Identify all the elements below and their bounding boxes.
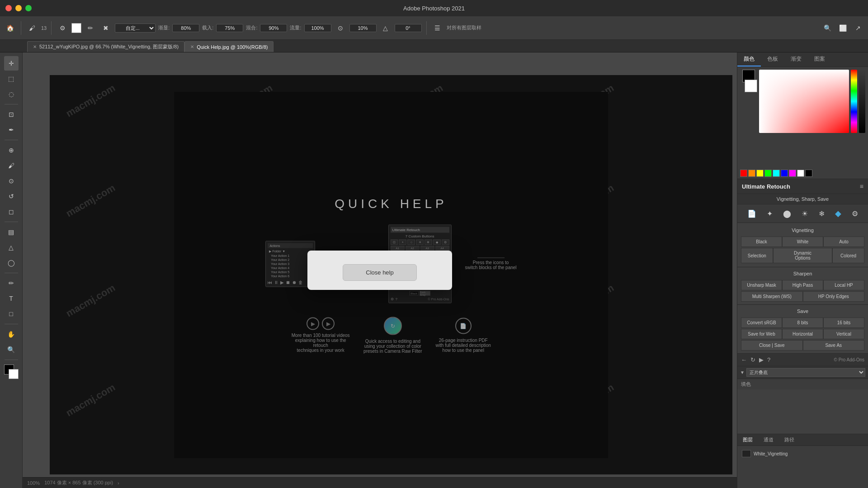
foreground-color[interactable] xyxy=(71,23,81,33)
close-help-button[interactable]: Close help xyxy=(343,264,416,281)
color-gradient[interactable] xyxy=(759,70,849,133)
minimize-button[interactable] xyxy=(15,5,22,11)
play-icon[interactable]: ▶ xyxy=(759,356,764,363)
yellow-swatch[interactable] xyxy=(756,170,764,177)
flow-input[interactable] xyxy=(304,24,331,32)
angle-input[interactable] xyxy=(395,24,422,32)
sun-icon[interactable]: ☀ xyxy=(800,208,809,219)
tab-swatches[interactable]: 色板 xyxy=(761,52,784,66)
layer-dropdown[interactable]: 正片叠底 xyxy=(746,368,865,377)
black-swatch[interactable] xyxy=(805,170,812,177)
background-swatch[interactable] xyxy=(9,369,19,379)
blue-swatch[interactable] xyxy=(781,170,788,177)
tab-paths[interactable]: 路径 xyxy=(779,434,800,445)
options-icon[interactable]: ⚙ xyxy=(56,22,69,34)
lasso-tool[interactable]: ◌ xyxy=(4,87,19,101)
maximize-button[interactable] xyxy=(25,5,32,11)
heal-tool[interactable]: ⊕ xyxy=(4,143,19,157)
save-as-button[interactable]: Save As xyxy=(803,340,865,351)
help-icon[interactable]: ? xyxy=(767,356,770,363)
unsharp-mask-button[interactable]: Unsharp Mask xyxy=(741,280,782,290)
pressure-input[interactable] xyxy=(349,24,377,32)
view-icon[interactable]: ⬜ xyxy=(836,22,849,34)
hand-tool[interactable]: ✋ xyxy=(4,327,19,341)
eraser-tool[interactable]: ◻ xyxy=(4,204,19,219)
zoom-tool[interactable]: 🔍 xyxy=(4,342,19,357)
document-icon[interactable]: 📄 xyxy=(746,208,758,219)
snowflake-icon[interactable]: ❄ xyxy=(817,208,826,219)
tab1-close[interactable]: ✕ xyxy=(33,44,37,49)
tab-color[interactable]: 颜色 xyxy=(737,52,761,66)
colored-button[interactable]: Colored xyxy=(832,248,864,263)
multi-sharpen-button[interactable]: Multi Sharpen (WS) xyxy=(741,291,803,302)
green-swatch[interactable] xyxy=(764,170,772,177)
search-icon[interactable]: 🔍 xyxy=(821,22,834,34)
bg-color-swatch[interactable] xyxy=(745,80,757,92)
circle-icon[interactable]: ⬤ xyxy=(782,208,793,219)
high-pass-button[interactable]: High Pass xyxy=(782,280,823,290)
text-tool[interactable]: T xyxy=(4,291,19,306)
tab-patterns[interactable]: 图案 xyxy=(808,52,831,66)
dynamic-options-button[interactable]: DynamicOptions xyxy=(773,248,833,263)
brush-tool[interactable]: 🖌 xyxy=(4,158,19,173)
brush-tool-icon[interactable]: 🖌 xyxy=(26,22,38,34)
tab-quick-help[interactable]: ✕ Quick Help.jpg @ 100%(RGB/8) xyxy=(184,41,274,52)
gear-icon[interactable]: ⚙ xyxy=(850,208,859,219)
shape-tool[interactable]: □ xyxy=(4,307,19,321)
black-button[interactable]: Black xyxy=(741,237,782,247)
local-hp-button[interactable]: Local HP xyxy=(823,280,864,290)
white-swatch[interactable] xyxy=(797,170,804,177)
eyedropper-tool[interactable]: ✒ xyxy=(4,123,19,137)
history-brush[interactable]: ↺ xyxy=(4,189,19,204)
cyan-swatch[interactable] xyxy=(773,170,780,177)
home-icon[interactable]: 🏠 xyxy=(4,22,16,34)
red-swatch[interactable] xyxy=(740,170,747,177)
pen-tool[interactable]: ✏ xyxy=(4,276,19,290)
selection-button[interactable]: Selection xyxy=(741,248,773,263)
blend-mode-select[interactable]: 自定... xyxy=(115,24,156,33)
brush-icon[interactable]: ✏ xyxy=(84,22,97,34)
tool-separator xyxy=(5,104,18,104)
plus-icon[interactable]: ✦ xyxy=(765,208,774,219)
magenta-swatch[interactable] xyxy=(789,170,796,177)
back-icon[interactable]: ← xyxy=(741,356,747,363)
refresh-icon[interactable]: ↻ xyxy=(750,356,755,363)
tab2-close[interactable]: ✕ xyxy=(190,44,194,49)
save-web-button[interactable]: Save for Web xyxy=(741,329,782,339)
convert-srgb-button[interactable]: Convert sRGB xyxy=(741,317,782,328)
tab-channels[interactable]: 通道 xyxy=(758,434,779,445)
angle-icon[interactable]: △ xyxy=(379,22,392,34)
gradient-tool[interactable]: ▤ xyxy=(4,225,19,239)
share-icon[interactable]: ↗ xyxy=(852,22,864,34)
hp-only-edges-button[interactable]: HP Only Edges xyxy=(803,291,865,302)
ur-menu-icon[interactable]: ≡ xyxy=(860,183,863,190)
crop-tool[interactable]: ⊡ xyxy=(4,107,19,122)
close-button[interactable] xyxy=(5,5,12,11)
blur-tool[interactable]: △ xyxy=(4,240,19,255)
move-tool[interactable]: ✛ xyxy=(4,56,19,71)
opacity-input[interactable] xyxy=(172,24,199,32)
8bits-button[interactable]: 8 bits xyxy=(782,317,823,328)
tab-gradients[interactable]: 渐变 xyxy=(784,52,808,66)
settings-icon[interactable]: ☰ xyxy=(431,22,444,34)
close-save-button[interactable]: Close | Save xyxy=(741,340,803,351)
white-button[interactable]: White xyxy=(782,237,823,247)
mix-input[interactable] xyxy=(260,24,287,32)
tab-layers[interactable]: 图层 xyxy=(737,434,758,445)
select-tool[interactable]: ⬚ xyxy=(4,71,19,86)
pressure-icon[interactable]: ⊙ xyxy=(334,22,347,34)
fill-input[interactable] xyxy=(216,24,243,32)
16bits-button[interactable]: 16 bits xyxy=(823,317,864,328)
alpha-slider[interactable] xyxy=(859,70,865,133)
orange-swatch[interactable] xyxy=(748,170,755,177)
diamond-icon[interactable]: ◆ xyxy=(834,207,843,220)
hue-slider[interactable] xyxy=(851,70,857,133)
tab-file1[interactable]: ✕ 52112_wYugKiPO.jpg @ 66.7% (White_Vign… xyxy=(27,41,184,52)
auto-button[interactable]: Auto xyxy=(823,237,864,247)
vertical-button[interactable]: Vertical xyxy=(823,329,864,339)
horizontal-button[interactable]: Horizontal xyxy=(782,329,823,339)
clone-tool[interactable]: ⊙ xyxy=(4,174,19,188)
erase-icon[interactable]: ✖ xyxy=(99,22,112,34)
dodge-tool[interactable]: ◯ xyxy=(4,256,19,270)
color-swatches[interactable] xyxy=(4,365,19,379)
